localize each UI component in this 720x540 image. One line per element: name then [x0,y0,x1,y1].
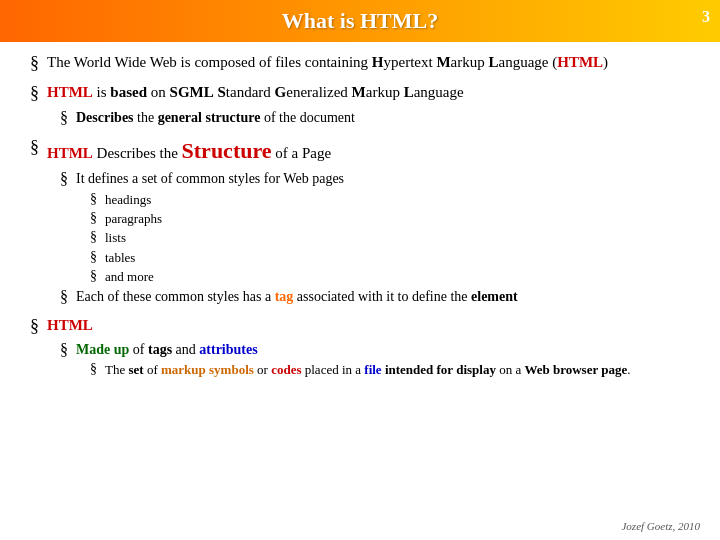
b2-l: L [404,84,414,100]
bullet-tables-text: tables [105,249,135,267]
b1-l: L [489,54,499,70]
b3-html: HTML [47,145,93,161]
bullet-2-sub1-text: Describes the general structure of the d… [76,108,355,128]
bullet-2-sub1: § Describes the general structure of the… [60,108,700,128]
bullet-icon-4: § [30,316,39,337]
bullet-icon-3-sub2: § [60,288,68,306]
bullet-4-sub1-sub1: § The set of markup symbols or codes pla… [90,361,700,379]
b4-file: file [364,362,381,377]
bullet-1: § The World Wide Web is composed of file… [30,52,700,74]
bullet-and-more-text: and more [105,268,154,286]
b4-attributes: attributes [199,342,257,357]
bullet-icon-paragraphs: § [90,210,97,226]
bullet-icon-2-sub1: § [60,109,68,127]
b3-structure: Structure [182,138,272,163]
bullet-4-sub1: § Made up of tags and attributes [60,340,700,360]
b4-codes: codes [271,362,301,377]
bullet-3: § HTML Describes the Structure of a Page [30,136,700,167]
bullet-4-sub1-text: Made up of tags and attributes [76,340,258,360]
bullet-4-sub1-sub1-text: The set of markup symbols or codes place… [105,361,631,379]
slide-title: What is HTML? [282,8,438,33]
b1-h: H [372,54,384,70]
bullet-4-text: HTML [47,315,93,336]
b1-m: M [436,54,450,70]
b4-tags: tags [148,342,172,357]
b2-m: M [352,84,366,100]
b2-sgml: SGML [170,84,214,100]
bullet-4: § HTML [30,315,700,337]
bullet-3-sub1: § It defines a set of common styles for … [60,169,700,189]
bullet-icon-headings: § [90,191,97,207]
bullet-icon-4-sub1: § [60,341,68,359]
bullet-icon-3: § [30,137,39,158]
bullet-headings-text: headings [105,191,151,209]
bullet-2: § HTML is based on SGML Standard General… [30,82,700,104]
b1-html: HTML [557,54,603,70]
b4-web-browser: Web browser page [524,362,627,377]
b4-made-up: Made up [76,342,129,357]
bullet-icon-lists: § [90,229,97,245]
footer: Jozef Goetz, 2010 [621,520,700,532]
bullet-3-sub2-text: Each of these common styles has a tag as… [76,287,518,307]
b2-s: S [217,84,225,100]
bullet-icon-4-sub1-sub1: § [90,361,97,377]
bullet-icon-2: § [30,83,39,104]
bullet-icon-and-more: § [90,268,97,284]
b2-general-structure: general structure [158,110,261,125]
b2-based: based [110,84,147,100]
b4-intended: intended for display [385,362,496,377]
bullet-paragraphs: § paragraphs [90,210,700,228]
b4-set: set [128,362,143,377]
bullet-3-sub2: § Each of these common styles has a tag … [60,287,700,307]
slide-number: 3 [702,8,710,26]
b2-html: HTML [47,84,93,100]
b4-html: HTML [47,317,93,333]
bullet-lists-text: lists [105,229,126,247]
bullet-tables: § tables [90,249,700,267]
bullet-icon-3-sub1: § [60,170,68,188]
footer-text: Jozef Goetz, 2010 [621,520,700,532]
b2-describes: Describes [76,110,134,125]
bullet-icon-1: § [30,53,39,74]
bullet-3-text: HTML Describes the Structure of a Page [47,136,331,167]
bullet-2-text: HTML is based on SGML Standard Generaliz… [47,82,464,103]
b3-element: element [471,289,518,304]
b4-markup-symbols: markup symbols [161,362,254,377]
bullet-icon-tables: § [90,249,97,265]
bullet-lists: § lists [90,229,700,247]
bullet-3-sub1-text: It defines a set of common styles for We… [76,169,344,189]
b2-g: G [275,84,287,100]
slide-content: § The World Wide Web is composed of file… [0,42,720,390]
slide-header: What is HTML? 3 [0,0,720,42]
bullet-headings: § headings [90,191,700,209]
bullet-and-more: § and more [90,268,700,286]
bullet-1-text: The World Wide Web is composed of files … [47,52,608,73]
b3-tag: tag [275,289,294,304]
bullet-paragraphs-text: paragraphs [105,210,162,228]
